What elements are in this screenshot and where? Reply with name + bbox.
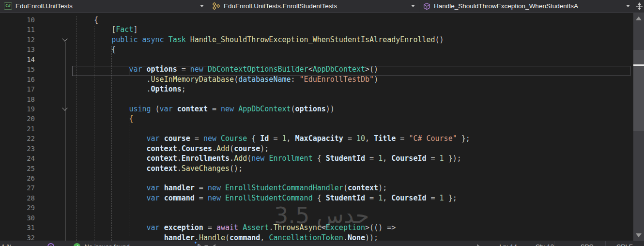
line-number[interactable]: 10: [0, 15, 37, 25]
line-number[interactable]: 12: [0, 35, 37, 45]
fold-collapse-icon[interactable]: [62, 36, 67, 41]
class-icon: [212, 2, 220, 10]
code-line[interactable]: var options = new DbContextOptionsBuilde…: [77, 64, 470, 74]
line-number[interactable]: 21: [0, 124, 37, 134]
line-number[interactable]: 30: [0, 213, 37, 223]
project-dropdown-label: EduEnroll.UnitTests: [15, 2, 73, 10]
chevron-down-icon: [200, 5, 204, 7]
line-number[interactable]: 27: [0, 183, 37, 193]
line-number[interactable]: 24: [0, 154, 37, 163]
line-number[interactable]: 31: [0, 223, 37, 232]
scrollbar-down-icon[interactable]: [636, 233, 642, 237]
vs-editor-window: C# EduEnroll.UnitTests EduEnroll.UnitTes…: [0, 0, 644, 246]
split-editor-icon: [636, 2, 643, 10]
line-ending-mode[interactable]: CRLF: [606, 241, 638, 246]
method-dropdown[interactable]: Handle_ShouldThrowException_WhenStudentI…: [419, 0, 634, 12]
class-dropdown-label: EduEnroll.UnitTests.EnrollStudentTests: [224, 2, 337, 10]
code-line[interactable]: [77, 173, 470, 183]
health-status-text[interactable]: No issues found: [84, 241, 129, 246]
navigation-bar: C# EduEnroll.UnitTests EduEnroll.UnitTes…: [0, 0, 644, 13]
csharp-project-icon: C#: [4, 2, 12, 10]
line-number[interactable]: 22: [0, 134, 37, 143]
line-number[interactable]: 18: [0, 94, 37, 104]
sparkle-pen-icon[interactable]: ✦✎: [197, 241, 202, 246]
class-dropdown[interactable]: EduEnroll.UnitTests.EnrollStudentTests: [208, 0, 419, 12]
line-number[interactable]: 14: [0, 55, 37, 64]
line-number[interactable]: 20: [0, 114, 37, 123]
line-number[interactable]: 25: [0, 164, 37, 173]
code-line[interactable]: .Options;: [77, 84, 470, 94]
code-line[interactable]: var command = new EnrollStudentCommand {…: [77, 193, 470, 203]
scrollbar-up-icon[interactable]: [636, 16, 642, 20]
hscroll-right-icon[interactable]: [477, 244, 480, 246]
line-number[interactable]: 19: [0, 104, 37, 114]
code-line[interactable]: context.Enrollments.Add(new Enrollment {…: [77, 154, 470, 163]
line-number-gutter[interactable]: 1011121314151617181920212223242526272829…: [0, 15, 37, 243]
line-number[interactable]: 11: [0, 25, 37, 34]
scrollbar-thumb[interactable]: [633, 50, 644, 131]
code-line[interactable]: [77, 213, 470, 223]
divider: [554, 241, 554, 246]
code-line[interactable]: var exception = await Assert.ThrowsAsync…: [77, 223, 470, 232]
health-check-icon[interactable]: ✓: [74, 243, 80, 246]
line-number[interactable]: 13: [0, 45, 37, 54]
editor-status-strip: 1 % — ✓ No issues found ✦✎ Ln: 14 Ch: 13…: [0, 241, 644, 246]
code-editor[interactable]: 1011121314151617181920212223242526272829…: [0, 13, 633, 246]
code-line[interactable]: using (var context = new AppDbContext(op…: [77, 104, 470, 114]
fold-collapse-icon[interactable]: [62, 105, 67, 110]
divider: [192, 241, 192, 246]
code-line[interactable]: {: [77, 114, 470, 123]
line-number[interactable]: 28: [0, 193, 37, 203]
cursor-line-indicator: Ln: 14: [500, 241, 517, 246]
zoom-level[interactable]: 1 %: [1, 241, 12, 246]
code-line[interactable]: {: [77, 45, 470, 54]
indentation-mode[interactable]: SPC: [569, 241, 605, 246]
project-dropdown[interactable]: C# EduEnroll.UnitTests: [0, 0, 208, 12]
code-line[interactable]: {: [77, 15, 470, 25]
line-number[interactable]: 23: [0, 144, 37, 154]
cursor-char-indicator: Ch: 13: [536, 241, 554, 246]
vertical-scrollbar[interactable]: [633, 13, 644, 241]
code-line[interactable]: var course = new Course { Id = 1, MaxCap…: [77, 134, 470, 143]
line-number[interactable]: 29: [0, 203, 37, 213]
code-line[interactable]: .UseInMemoryDatabase(databaseName: "EduE…: [77, 75, 470, 84]
code-content[interactable]: { [Fact] public async Task Handle_Should…: [77, 15, 470, 243]
copilot-badge-icon[interactable]: [47, 243, 54, 246]
method-cube-icon: [423, 2, 430, 10]
code-line[interactable]: context.Courses.Add(course);: [77, 144, 470, 154]
splitter-handle[interactable]: —: [32, 241, 39, 246]
split-editor-button[interactable]: [634, 0, 644, 12]
line-number[interactable]: 16: [0, 75, 37, 84]
code-line[interactable]: context.SaveChanges();: [77, 164, 470, 173]
line-number[interactable]: 17: [0, 84, 37, 94]
chevron-down-icon: [626, 5, 630, 7]
code-line[interactable]: [77, 124, 470, 134]
code-line[interactable]: var handler = new EnrollStudentCommandHa…: [77, 183, 470, 193]
code-line[interactable]: public async Task Handle_ShouldThrowExce…: [77, 35, 470, 45]
method-dropdown-label: Handle_ShouldThrowException_WhenStudentI…: [434, 2, 578, 10]
chevron-down-icon: [411, 5, 415, 7]
hscroll-left-icon[interactable]: [212, 244, 215, 246]
line-number[interactable]: 26: [0, 173, 37, 183]
code-line[interactable]: [77, 94, 470, 104]
code-line[interactable]: [77, 203, 470, 213]
line-number[interactable]: 15: [0, 64, 37, 74]
code-line[interactable]: [Fact]: [77, 25, 470, 34]
fold-structure-line: [65, 42, 66, 241]
code-line[interactable]: [77, 55, 470, 64]
scrollbar-cursor-marker: [633, 64, 644, 66]
